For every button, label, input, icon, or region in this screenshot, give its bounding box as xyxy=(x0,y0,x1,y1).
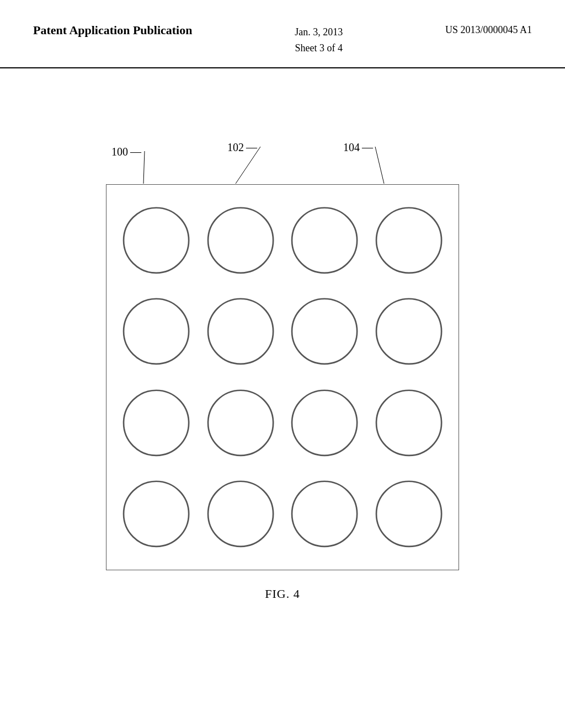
svg-point-4 xyxy=(208,207,273,272)
svg-point-18 xyxy=(376,481,441,547)
svg-line-2 xyxy=(375,147,384,184)
svg-point-12 xyxy=(208,390,273,455)
circle-r1c4 xyxy=(367,195,451,286)
svg-point-17 xyxy=(292,481,357,547)
circle-r1c3 xyxy=(282,195,367,286)
circle-r1c2 xyxy=(199,195,283,286)
grid-box xyxy=(106,184,459,570)
circle-r4c4 xyxy=(367,468,451,560)
svg-point-3 xyxy=(124,207,189,272)
circle-r4c2 xyxy=(199,468,283,560)
svg-point-9 xyxy=(292,299,357,364)
circle-r3c3 xyxy=(282,377,367,469)
svg-point-11 xyxy=(124,390,189,455)
publication-title: Patent Application Publication xyxy=(33,22,192,39)
svg-point-7 xyxy=(124,299,189,364)
circle-r2c4 xyxy=(367,286,451,377)
circle-r4c3 xyxy=(282,468,367,560)
circle-r2c3 xyxy=(282,286,367,377)
circle-r2c2 xyxy=(199,286,283,377)
sheet-info: Sheet 3 of 4 xyxy=(295,42,342,53)
circle-r1c1 xyxy=(114,195,199,286)
diagram-container: 100 ― 102 ― 104 ― xyxy=(0,135,565,601)
callout-104: 104 ― xyxy=(343,141,373,154)
circle-r2c1 xyxy=(114,286,199,377)
callouts-wrapper: 100 ― 102 ― 104 ― xyxy=(106,135,459,184)
figure-label: FIG. 4 xyxy=(265,587,300,601)
callout-104-label: 104 xyxy=(343,141,360,154)
callout-104-dash: ― xyxy=(362,141,373,154)
svg-point-16 xyxy=(208,481,273,547)
circle-r4c1 xyxy=(114,468,199,560)
callout-lines-svg xyxy=(106,135,459,184)
circle-r3c4 xyxy=(367,377,451,469)
circle-r3c1 xyxy=(114,377,199,469)
svg-point-6 xyxy=(376,207,441,272)
svg-point-14 xyxy=(376,390,441,455)
callout-102-dash: ― xyxy=(246,141,257,154)
circles-grid xyxy=(106,185,459,570)
page-header: Patent Application Publication Jan. 3, 2… xyxy=(0,0,565,68)
svg-point-8 xyxy=(208,299,273,364)
circle-r3c2 xyxy=(199,377,283,469)
publication-date: Jan. 3, 2013 xyxy=(295,26,343,38)
header-center-info: Jan. 3, 2013 Sheet 3 of 4 xyxy=(295,22,343,56)
svg-point-5 xyxy=(292,207,357,272)
svg-point-13 xyxy=(292,390,357,455)
svg-point-10 xyxy=(376,299,441,364)
svg-point-15 xyxy=(124,481,189,547)
svg-line-0 xyxy=(143,151,145,184)
patent-number: US 2013/0000045 A1 xyxy=(445,22,532,36)
callout-102: 102 ― xyxy=(227,141,257,154)
callout-100: 100 ― xyxy=(111,146,141,158)
callout-100-dash: ― xyxy=(130,146,141,158)
callout-100-label: 100 xyxy=(111,146,128,158)
callout-102-label: 102 xyxy=(227,141,244,154)
